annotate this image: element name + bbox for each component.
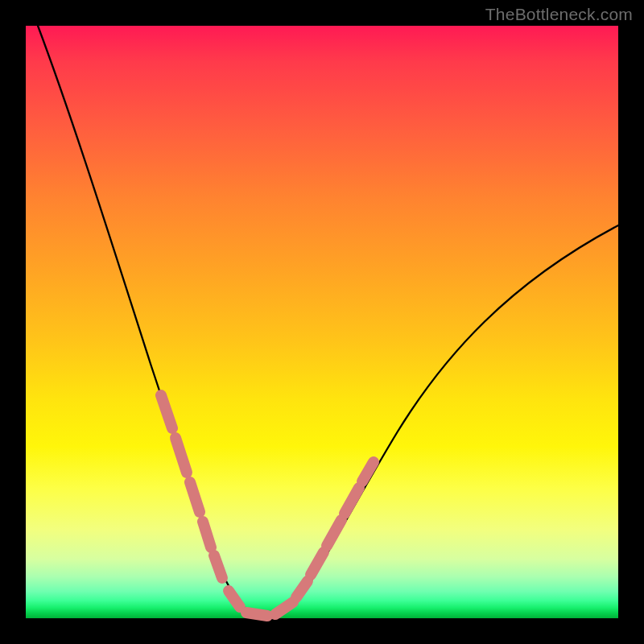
svg-line-0: [161, 395, 172, 428]
bottleneck-curve: [38, 26, 618, 617]
chart-frame: TheBottleneck.com: [0, 0, 644, 644]
svg-line-2: [190, 482, 200, 512]
svg-line-6: [246, 613, 267, 616]
marker-cluster-left: [161, 395, 222, 578]
svg-line-11: [345, 488, 359, 514]
svg-line-5: [229, 591, 240, 607]
curve-layer: [26, 26, 618, 618]
svg-line-4: [214, 555, 222, 578]
plot-area: [26, 26, 618, 618]
svg-line-9: [311, 552, 324, 575]
svg-line-8: [296, 581, 308, 597]
svg-line-7: [275, 602, 293, 614]
marker-cluster-right: [296, 462, 374, 597]
svg-line-1: [175, 438, 187, 473]
watermark-text: TheBottleneck.com: [485, 5, 633, 24]
marker-cluster-bottom: [229, 591, 293, 616]
svg-line-12: [362, 462, 374, 481]
svg-line-10: [327, 520, 341, 546]
svg-line-3: [203, 522, 211, 547]
